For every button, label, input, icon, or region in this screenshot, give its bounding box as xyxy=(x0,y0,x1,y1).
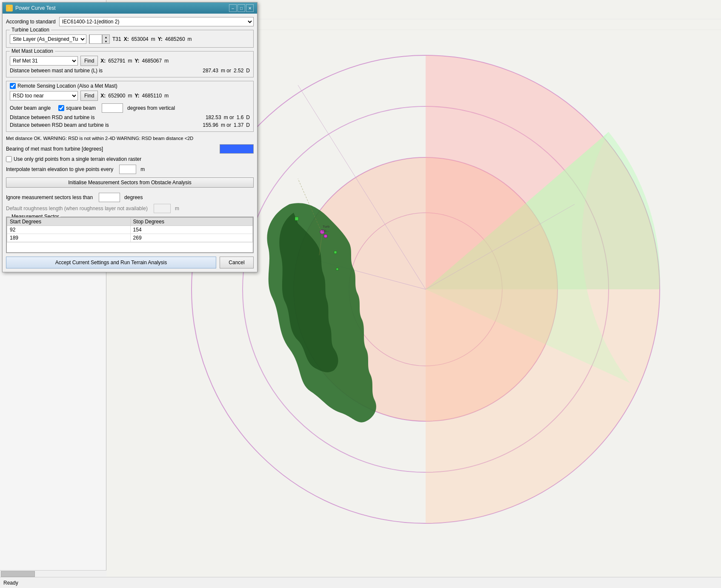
table-row: 189269 xyxy=(7,234,253,242)
cancel-button[interactable]: Cancel xyxy=(220,257,254,268)
grid-points-label: Use only grid points from a single terra… xyxy=(14,156,141,162)
rsd-turbine-dist-row: Distance between RSD and turbine is 182.… xyxy=(10,114,250,120)
roughness-label: Default roughness length (when roughness… xyxy=(6,206,148,211)
remote-sensing-checkbox[interactable] xyxy=(10,83,16,89)
dist-rsd-label: Distance between RSD and turbine is xyxy=(10,114,94,120)
window-content: According to standard IEC61400-12-1(edit… xyxy=(3,14,257,272)
close-button[interactable]: ✕ xyxy=(246,4,254,12)
turbine-location-label: Turbine Location xyxy=(10,27,51,33)
bearing-row: Bearing of met mast from turbine [degree… xyxy=(6,144,254,154)
turbine-y-unit: m xyxy=(188,36,192,42)
scrollbar-thumb[interactable] xyxy=(1,571,35,577)
rsd-x-value: 652900 xyxy=(108,93,125,99)
turbine-id: T31 xyxy=(112,36,121,42)
square-beam-checkbox[interactable] xyxy=(58,105,64,111)
rsd-find-button[interactable]: Find xyxy=(80,91,98,101)
dist-rsd-d: 1.6 xyxy=(237,114,244,120)
turbine-main-row: Site Layer (As_Designed_Turb_Coords_2+ 2… xyxy=(10,34,250,44)
rsd-main-row: RSD too near Find X: 652900 m Y: 4685110… xyxy=(10,91,250,101)
spinner-up[interactable]: ▲ xyxy=(102,35,109,39)
met-y-value: 4685067 xyxy=(142,58,162,64)
start-degrees: 92 xyxy=(7,226,131,234)
dialog-title: Power Curve Test xyxy=(15,5,55,11)
rsd-x-label: X: xyxy=(100,93,106,99)
initialise-button[interactable]: Initialise Measurement Sectors from Obst… xyxy=(6,177,254,188)
met-mast-select[interactable]: Ref Met 31 xyxy=(10,56,78,66)
stop-degrees: 269 xyxy=(130,234,252,242)
rsd-beam-dist-row: Distance between RSD beam and turbine is… xyxy=(10,122,250,128)
warning-text: Met distance OK. WARNING: RSD is not wit… xyxy=(6,135,254,142)
bearing-label: Bearing of met mast from turbine [degree… xyxy=(6,146,103,152)
grid-points-checkbox[interactable] xyxy=(6,156,12,162)
turbine-x-unit: m xyxy=(151,36,155,42)
rsd-select[interactable]: RSD too near xyxy=(10,91,78,100)
site-layer-select[interactable]: Site Layer (As_Designed_Turb_Coords_2+ xyxy=(10,34,86,44)
status-text: Ready xyxy=(3,580,18,586)
horizontal-scrollbar[interactable] xyxy=(0,570,106,577)
beam-angle-row: Outer beam angle square beam 22 degrees … xyxy=(10,103,250,113)
svg-point-15 xyxy=(324,234,327,238)
roughness-row: Default roughness length (when roughness… xyxy=(6,204,254,213)
rsd-y-unit: m xyxy=(164,93,169,99)
met-x-value: 652791 xyxy=(108,58,125,64)
bottom-buttons: Accept Current Settings and Run Terrain … xyxy=(6,257,254,268)
met-x-label: X: xyxy=(100,58,106,64)
minimize-button[interactable]: – xyxy=(229,4,237,12)
svg-text:T31...: T31... xyxy=(321,229,329,232)
dist-beam-unit: m or xyxy=(221,122,231,128)
turbine-y-label: Y: xyxy=(158,36,163,42)
roughness-unit: m xyxy=(175,206,179,211)
col-start-header: Start Degrees xyxy=(7,218,131,226)
standard-select[interactable]: IEC61400-12-1(edition 2) xyxy=(59,17,254,26)
outer-beam-label: Outer beam angle xyxy=(10,105,51,111)
dist-rsd-unit: m or xyxy=(224,114,234,120)
met-mast-find-button[interactable]: Find xyxy=(80,56,98,66)
grid-checkbox-row: Use only grid points from a single terra… xyxy=(6,156,254,162)
met-y-unit: m xyxy=(164,58,169,64)
interpolate-label: Interpolate terrain elevation to give po… xyxy=(6,166,113,172)
met-mast-group: Met Mast Location Ref Met 31 Find X: 652… xyxy=(6,51,254,77)
met-mast-label: Met Mast Location xyxy=(10,48,55,54)
ignore-sectors-row: Ignore measurement sectors less than 20 … xyxy=(6,193,254,202)
roughness-input: 0.03 xyxy=(154,204,171,213)
met-distance-value: 287.43 xyxy=(203,68,218,74)
dist-beam-d: 1.37 xyxy=(234,122,243,128)
dist-beam-label: Distance between RSD beam and turbine is xyxy=(10,122,109,128)
dist-beam-value: 155.96 xyxy=(203,122,218,128)
ignore-sectors-input[interactable]: 20 xyxy=(99,193,120,202)
dist-rsd-d-unit: D xyxy=(246,114,250,120)
met-distance-unit: m or xyxy=(221,68,231,74)
rsd-x-unit: m xyxy=(128,93,132,99)
ignore-sectors-unit: degrees xyxy=(124,194,143,200)
table-row: 92154 xyxy=(7,226,253,234)
turbine-number-input[interactable]: 23 xyxy=(89,34,102,44)
power-curve-dialog: ⚡ Power Curve Test – □ ✕ According to st… xyxy=(2,2,258,272)
met-distance-label: Distance between mast and turbine (L) is xyxy=(10,68,103,74)
title-bar-left: ⚡ Power Curve Test xyxy=(6,5,55,11)
empty-row-1 xyxy=(7,242,253,252)
turbine-location-group: Turbine Location Site Layer (As_Designed… xyxy=(6,30,254,48)
met-x-unit: m xyxy=(128,58,132,64)
turbine-x-label: X: xyxy=(124,36,129,42)
turbine-spinner: 23 ▲ ▼ xyxy=(89,34,110,44)
turbine-y-value: 4685260 xyxy=(165,36,185,42)
square-beam-label: square beam xyxy=(66,105,96,111)
maximize-button[interactable]: □ xyxy=(237,4,245,12)
spinner-down[interactable]: ▼ xyxy=(102,39,109,43)
start-degrees: 189 xyxy=(7,234,131,242)
sector-table: Start Degrees Stop Degrees 92154189269 xyxy=(7,217,253,242)
title-bar: ⚡ Power Curve Test – □ ✕ xyxy=(3,3,257,14)
interpolate-input[interactable]: 5 xyxy=(119,165,136,174)
beam-angle-input[interactable]: 22 xyxy=(102,103,123,113)
dist-beam-d-unit: D xyxy=(246,122,250,128)
met-distance-d: 2.52 xyxy=(234,68,243,74)
remote-sensing-label-row: Remote Sensing Location (Also a Met Mast… xyxy=(10,83,250,89)
bearing-input[interactable]: 227.8202 xyxy=(220,144,254,154)
dist-rsd-value: 182.53 xyxy=(206,114,221,120)
svg-rect-11 xyxy=(295,217,298,220)
sector-table-wrapper[interactable]: Start Degrees Stop Degrees 92154189269 xyxy=(6,217,253,253)
accept-button[interactable]: Accept Current Settings and Run Terrain … xyxy=(6,257,216,268)
status-bar: Ready xyxy=(0,577,721,588)
spinner-arrows: ▲ ▼ xyxy=(102,35,109,43)
interpolate-row: Interpolate terrain elevation to give po… xyxy=(6,165,254,174)
